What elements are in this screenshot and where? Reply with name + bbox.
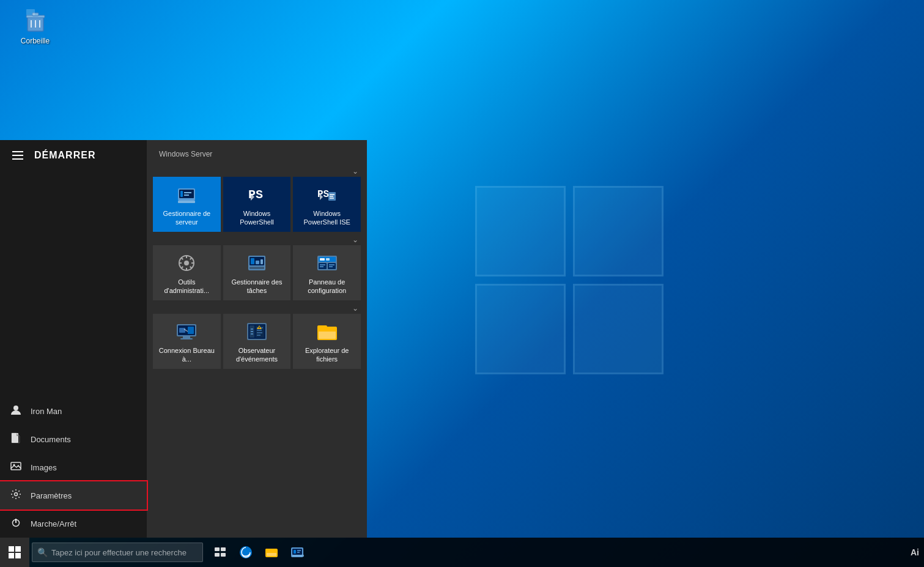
task-view-button[interactable] [208,540,232,565]
svg-rect-17 [180,191,183,197]
tile-gestionnaire-taches[interactable]: Gestionnaire des tâches [223,245,291,300]
tile-powershell[interactable]: PS Windows PowerShell [223,177,291,232]
svg-rect-61 [179,328,185,333]
tiles-row-2: Outils d'administrati... [153,245,361,300]
gestionnaire-taches-label: Gestionnaire des tâches [227,278,287,295]
taskbar-buttons [208,540,309,565]
tile-powershell-ise[interactable]: PS Windows PowerShell ISE [293,177,361,232]
user-icon [10,404,22,418]
taskbar-ai-label: Ai [911,547,919,557]
svg-point-7 [13,406,18,410]
svg-rect-48 [320,258,325,261]
documents-icon [10,432,22,446]
server-manager-taskbar-button[interactable] [285,540,309,565]
observateur-icon [246,321,268,343]
svg-rect-45 [249,267,264,269]
svg-line-38 [190,258,192,259]
tile-panneau-config[interactable]: Panneau de configuration [293,245,361,300]
bureau-distance-icon [176,321,198,343]
start-tiles: Windows Server ⌄ [147,140,367,538]
start-sidebar: DÉMARRER Iron Man [0,140,147,538]
powershell-label: Windows PowerShell [227,209,287,227]
images-icon [10,461,22,474]
recycle-bin-icon[interactable]: Corbeille [12,6,58,45]
taskbar-search[interactable]: 🔍 [32,543,203,562]
svg-rect-89 [267,551,276,553]
sidebar-item-user[interactable]: Iron Man [0,397,147,425]
tile-explorateur[interactable]: Explorateur de fichiers [293,314,361,369]
powershell-ise-label: Windows PowerShell ISE [297,209,357,227]
svg-rect-19 [184,195,189,196]
powershell-icon: PS [246,183,268,206]
start-menu: DÉMARRER Iron Man [0,140,367,538]
sidebar-item-settings[interactable]: Paramètres [0,481,147,510]
start-title: DÉMARRER [34,150,95,161]
tile-outils-admin[interactable]: Outils d'administrati... [153,245,221,300]
file-explorer-button[interactable] [259,540,284,565]
explorateur-label: Explorateur de fichiers [297,346,357,364]
powershell-ise-icon: PS [316,183,338,206]
hamburger-button[interactable] [10,149,26,162]
recycle-bin-label: Corbeille [21,37,50,45]
tile-gestionnaire-serveur[interactable]: Gestionnaire de serveur [153,177,221,232]
svg-point-31 [184,261,189,265]
sidebar-item-documents[interactable]: Documents [0,425,147,453]
svg-line-37 [190,266,192,268]
gestionnaire-serveur-label: Gestionnaire de serveur [157,209,217,227]
tiles-row-1: Gestionnaire de serveur PS Windows Power… [153,177,361,232]
svg-rect-42 [251,258,254,264]
observateur-label: Observateur d'événements [227,346,287,364]
row1-chevron[interactable]: ⌄ [352,167,358,176]
row2-chevron[interactable]: ⌄ [352,235,358,244]
tiles-row-3: Connexion Bureau à... [153,314,361,369]
svg-rect-87 [265,549,271,551]
svg-point-11 [15,493,18,496]
edge-button[interactable] [234,540,258,565]
documents-label: Documents [31,435,71,444]
images-label: Images [31,463,57,472]
panneau-config-icon [316,252,338,274]
svg-rect-92 [292,555,304,557]
start-header: DÉMARRER [0,140,147,171]
windows-logo-watermark [475,186,671,382]
gestionnaire-serveur-icon [176,183,198,206]
recycle-bin-image [21,6,50,35]
svg-rect-93 [294,550,296,554]
row3-chevron[interactable]: ⌄ [352,304,358,313]
svg-rect-59 [180,338,193,339]
tile-bureau-distance[interactable]: Connexion Bureau à... [153,314,221,369]
sidebar-item-power[interactable]: Marche/Arrêt [0,510,147,538]
svg-rect-51 [328,263,336,269]
svg-rect-50 [319,263,327,269]
svg-rect-82 [221,547,226,551]
user-label: Iron Man [31,407,62,416]
svg-text:PS: PS [317,189,330,200]
power-icon [10,517,22,530]
start-spacer [0,171,147,397]
sidebar-item-images[interactable]: Images [0,453,147,481]
outils-admin-icon [176,252,198,274]
panneau-config-label: Panneau de configuration [297,278,357,295]
search-icon: 🔍 [37,547,48,557]
svg-rect-16 [178,201,195,203]
svg-rect-49 [326,258,330,261]
svg-rect-43 [256,261,259,264]
settings-icon [10,489,22,502]
svg-rect-60 [188,327,194,334]
outils-admin-label: Outils d'administrati... [157,278,217,295]
svg-rect-18 [184,192,191,193]
svg-point-76 [259,328,259,328]
tile-observateur[interactable]: Observateur d'événements [223,314,291,369]
tiles-section-label: Windows Server [155,147,216,163]
search-input[interactable] [51,548,198,557]
windows-icon [9,546,21,558]
tiles-section-header-row: Windows Server [153,146,361,167]
start-button[interactable] [0,538,29,567]
power-label: Marche/Arrêt [31,519,76,528]
explorateur-icon [316,321,338,343]
svg-text:PS: PS [248,188,263,202]
svg-rect-58 [183,336,190,338]
gestionnaire-taches-icon [246,252,268,274]
svg-rect-81 [215,547,220,551]
svg-line-36 [182,258,183,259]
